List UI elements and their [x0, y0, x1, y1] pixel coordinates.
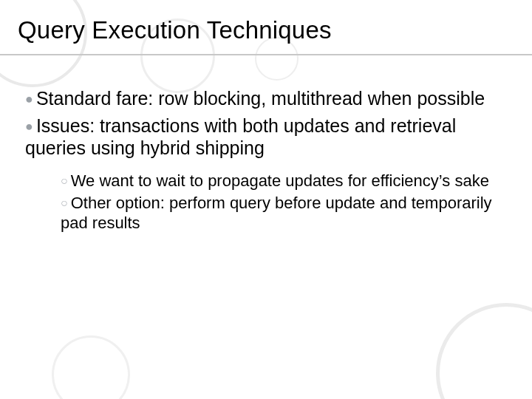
sub-bullet-text: We want to wait to propagate updates for… — [71, 171, 489, 190]
bullet-item: ●Standard fare: row blocking, multithrea… — [25, 87, 507, 110]
sub-bullet-item: ○Other option: perform query before upda… — [61, 194, 507, 233]
sub-bullet-list: ○We want to wait to propagate updates fo… — [25, 164, 507, 233]
slide-title: Query Execution Techniques — [0, 0, 532, 49]
decorative-circle — [436, 303, 532, 399]
decorative-circle — [52, 335, 130, 399]
bullet-dot-icon: ● — [25, 92, 33, 106]
bullet-item: ●Issues: transactions with both updates … — [25, 115, 507, 160]
bullet-text: Standard fare: row blocking, multithread… — [36, 88, 485, 109]
slide-body: ●Standard fare: row blocking, multithrea… — [0, 49, 532, 233]
bullet-text: Issues: transactions with both updates a… — [25, 115, 456, 159]
slide-content: Query Execution Techniques ●Standard far… — [0, 0, 532, 233]
sub-bullet-text: Other option: perform query before updat… — [61, 194, 492, 232]
bullet-ring-icon: ○ — [61, 197, 68, 209]
bullet-ring-icon: ○ — [61, 174, 68, 187]
bullet-dot-icon: ● — [25, 119, 33, 134]
sub-bullet-item: ○We want to wait to propagate updates fo… — [61, 171, 507, 191]
